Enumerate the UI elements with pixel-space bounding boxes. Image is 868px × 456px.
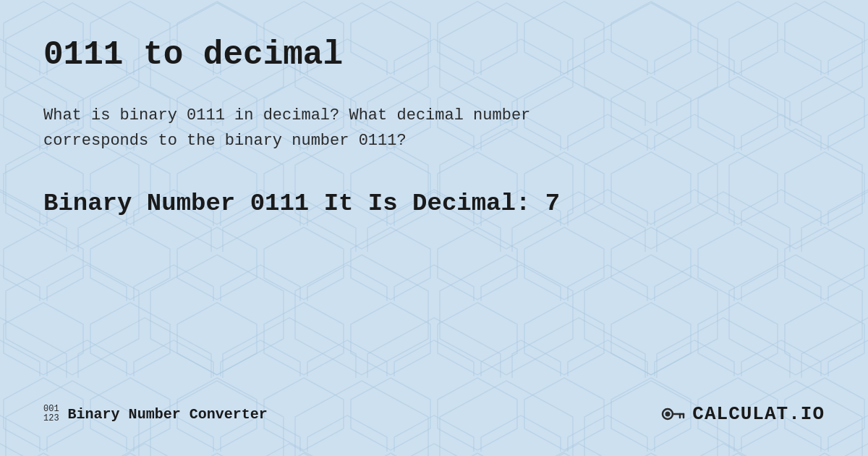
logo-text: CALCULAT.IO xyxy=(692,403,825,425)
logo-icon xyxy=(660,401,686,427)
footer-logo: CALCULAT.IO xyxy=(660,401,825,427)
result-text: Binary Number 0111 It Is Decimal: 7 xyxy=(43,190,825,217)
footer-left: 001 123 Binary Number Converter xyxy=(43,405,268,423)
description-line1: What is binary 0111 in decimal? What dec… xyxy=(43,106,530,124)
binary-icon: 001 123 xyxy=(43,405,59,423)
icon-bottom-digits: 123 xyxy=(43,414,59,423)
page-title: 0111 to decimal xyxy=(43,36,825,74)
description-line2: corresponds to the binary number 0111? xyxy=(43,132,407,150)
footer: 001 123 Binary Number Converter CALCULAT… xyxy=(43,394,825,427)
description: What is binary 0111 in decimal? What dec… xyxy=(43,103,825,153)
footer-label: Binary Number Converter xyxy=(68,406,268,423)
svg-point-10 xyxy=(665,412,671,417)
